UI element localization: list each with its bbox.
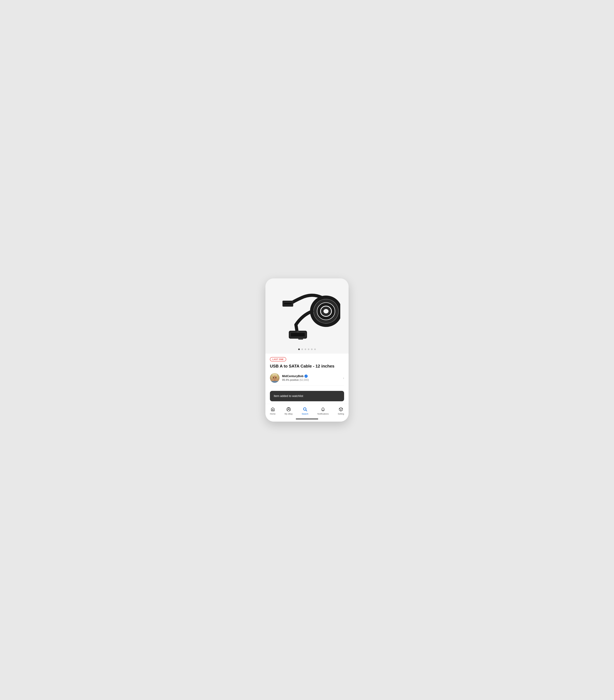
nav-item-myebay[interactable]: My eBay — [283, 406, 295, 416]
product-title: USB A to SATA Cable - 12 inches — [270, 364, 344, 368]
nav-item-notifications[interactable]: Notifications — [316, 406, 331, 416]
selling-icon — [338, 407, 343, 412]
nav-label-selling: Selling — [338, 413, 344, 415]
svg-point-22 — [275, 377, 276, 378]
dot-4[interactable] — [308, 349, 309, 350]
home-icon — [270, 407, 275, 412]
svg-point-2 — [319, 304, 333, 318]
nav-label-notifications: Notifications — [317, 413, 329, 415]
nav-item-selling[interactable]: Selling — [336, 406, 346, 416]
seller-rating: 99.4% positive (62,000) — [282, 378, 309, 382]
search-icon — [303, 407, 307, 412]
product-details: LAST ONE USB A to SATA Cable - 12 inches — [266, 354, 348, 388]
nav-item-search[interactable]: Search — [300, 406, 310, 416]
seller-review-count: (62,000) — [299, 378, 309, 381]
product-image — [274, 288, 340, 342]
svg-point-3 — [322, 308, 330, 315]
svg-point-23 — [288, 408, 289, 409]
seller-chevron-icon[interactable]: › — [343, 376, 344, 380]
nav-label-home: Home — [270, 413, 276, 415]
myebay-icon — [286, 407, 291, 412]
last-one-badge: LAST ONE — [270, 357, 286, 361]
dot-3[interactable] — [305, 349, 306, 350]
dot-1[interactable] — [298, 349, 300, 350]
seller-info: MidCenturyBob ✓ 99.4% positive (62,000) — [282, 375, 309, 382]
phone-frame: LAST ONE USB A to SATA Cable - 12 inches — [266, 278, 348, 422]
image-dots-indicator[interactable] — [266, 346, 348, 354]
nav-item-home[interactable]: Home — [268, 406, 278, 416]
notifications-icon — [321, 407, 325, 412]
product-image-area[interactable] — [266, 278, 348, 346]
seller-left: MidCenturyBob ✓ 99.4% positive (62,000) — [270, 373, 309, 383]
svg-rect-10 — [291, 333, 305, 337]
svg-rect-14 — [298, 338, 303, 340]
seller-name: MidCenturyBob — [282, 375, 304, 378]
nav-label-myebay: My eBay — [285, 413, 293, 415]
svg-line-26 — [306, 410, 307, 411]
svg-rect-7 — [284, 303, 292, 305]
bottom-navigation: Home My eBay Search — [266, 404, 348, 417]
verified-icon: ✓ — [305, 375, 308, 378]
seller-row[interactable]: MidCenturyBob ✓ 99.4% positive (62,000) … — [270, 372, 344, 386]
dot-2[interactable] — [302, 349, 303, 350]
home-indicator-area — [266, 417, 348, 422]
toast-notification: Item added to watchlist — [270, 391, 344, 401]
svg-point-21 — [273, 377, 274, 378]
seller-name-row: MidCenturyBob ✓ — [282, 375, 309, 378]
seller-avatar — [270, 373, 280, 383]
nav-label-search: Search — [302, 413, 308, 415]
home-indicator-bar — [296, 418, 318, 420]
dot-5[interactable] — [311, 349, 312, 350]
dot-6[interactable] — [314, 349, 316, 350]
